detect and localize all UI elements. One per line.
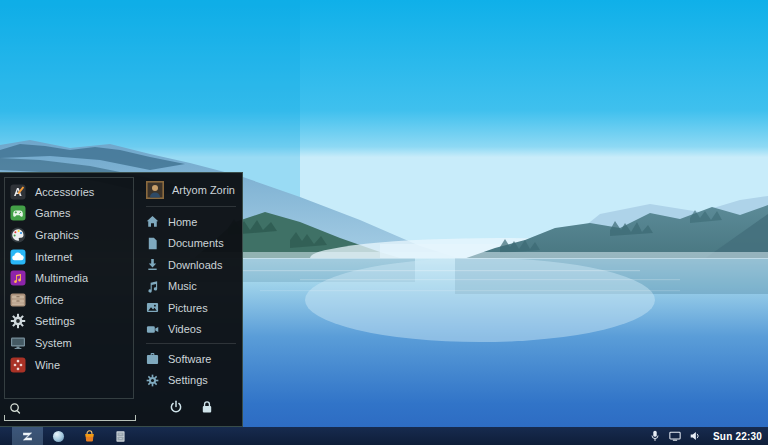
user-profile[interactable]: Artyom Zorin bbox=[146, 176, 236, 203]
place-home[interactable]: Home bbox=[146, 211, 236, 233]
category-multimedia[interactable]: Multimedia bbox=[5, 267, 133, 289]
user-name: Artyom Zorin bbox=[172, 184, 235, 196]
power-icon bbox=[169, 400, 183, 417]
display-icon[interactable] bbox=[669, 430, 681, 442]
microphone-icon[interactable] bbox=[649, 430, 661, 442]
download-icon bbox=[146, 258, 159, 271]
category-internet[interactable]: Internet bbox=[5, 246, 133, 268]
document-icon bbox=[146, 237, 159, 250]
settings-category-icon bbox=[10, 313, 26, 329]
item-label: Home bbox=[168, 216, 197, 228]
app-menu-panel: AccessoriesGamesGraphicsInternetMultimed… bbox=[0, 172, 243, 427]
lock-icon bbox=[200, 400, 214, 417]
briefcase-icon bbox=[146, 352, 159, 365]
item-label: System bbox=[35, 337, 72, 349]
item-label: Multimedia bbox=[35, 272, 88, 284]
browser-button[interactable] bbox=[43, 427, 74, 445]
search-icon bbox=[9, 402, 22, 417]
place-documents[interactable]: Documents bbox=[146, 233, 236, 255]
accessories-icon bbox=[10, 184, 26, 200]
zorin-menu-button[interactable] bbox=[12, 427, 43, 445]
item-label: Pictures bbox=[168, 302, 208, 314]
item-label: Graphics bbox=[35, 229, 79, 241]
video-icon bbox=[146, 323, 159, 336]
gear-icon bbox=[146, 374, 159, 387]
shortcut-settings[interactable]: Settings bbox=[146, 370, 236, 392]
multimedia-icon bbox=[10, 270, 26, 286]
music-icon bbox=[146, 280, 159, 293]
category-accessories[interactable]: Accessories bbox=[5, 181, 133, 203]
file-cabinet-icon bbox=[114, 430, 127, 443]
picture-icon bbox=[146, 301, 159, 314]
places-list: HomeDocumentsDownloadsMusicPicturesVideo… bbox=[146, 211, 236, 340]
item-label: Settings bbox=[168, 374, 208, 386]
category-list: AccessoriesGamesGraphicsInternetMultimed… bbox=[4, 177, 134, 399]
place-music[interactable]: Music bbox=[146, 276, 236, 298]
browser-icon bbox=[52, 430, 65, 443]
shortcut-software[interactable]: Software bbox=[146, 348, 236, 370]
desktop: AccessoriesGamesGraphicsInternetMultimed… bbox=[0, 0, 768, 445]
category-graphics[interactable]: Graphics bbox=[5, 224, 133, 246]
graphics-icon bbox=[10, 227, 26, 243]
item-label: Downloads bbox=[168, 259, 222, 271]
item-label: Wine bbox=[35, 359, 60, 371]
clock[interactable]: Sun 22:30 bbox=[713, 431, 762, 442]
shortcuts-list: SoftwareSettings bbox=[146, 348, 236, 391]
taskbar: Sun 22:30 bbox=[0, 427, 768, 445]
place-videos[interactable]: Videos bbox=[146, 319, 236, 341]
item-label: Videos bbox=[168, 323, 201, 335]
item-label: Music bbox=[168, 280, 197, 292]
item-label: Internet bbox=[35, 251, 72, 263]
software-store-button[interactable] bbox=[74, 427, 105, 445]
category-wine[interactable]: Wine bbox=[5, 354, 133, 376]
home-icon bbox=[146, 215, 159, 228]
category-games[interactable]: Games bbox=[5, 203, 133, 225]
category-system[interactable]: System bbox=[5, 332, 133, 354]
item-label: Games bbox=[35, 207, 70, 219]
divider bbox=[146, 343, 236, 344]
launcher-area bbox=[12, 427, 136, 445]
system-icon bbox=[10, 335, 26, 351]
office-icon bbox=[10, 292, 26, 308]
volume-icon[interactable] bbox=[689, 430, 701, 442]
menu-right-column: Artyom Zorin HomeDocumentsDownloadsMusic… bbox=[137, 173, 242, 426]
item-label: Office bbox=[35, 294, 64, 306]
avatar bbox=[146, 181, 164, 199]
system-tray: Sun 22:30 bbox=[649, 430, 762, 442]
item-label: Settings bbox=[35, 315, 75, 327]
lock-button[interactable] bbox=[198, 398, 216, 419]
category-settings[interactable]: Settings bbox=[5, 311, 133, 333]
item-label: Documents bbox=[168, 237, 224, 249]
item-label: Software bbox=[168, 353, 211, 365]
power-button[interactable] bbox=[167, 398, 185, 419]
place-pictures[interactable]: Pictures bbox=[146, 297, 236, 319]
search-field[interactable] bbox=[4, 399, 136, 421]
games-icon bbox=[10, 205, 26, 221]
zorin-icon bbox=[21, 430, 34, 443]
file-manager-button[interactable] bbox=[105, 427, 136, 445]
wine-icon bbox=[10, 357, 26, 373]
internet-icon bbox=[10, 249, 26, 265]
menu-left-column: AccessoriesGamesGraphicsInternetMultimed… bbox=[0, 173, 137, 426]
session-row bbox=[146, 398, 236, 422]
place-downloads[interactable]: Downloads bbox=[146, 254, 236, 276]
software-bag-icon bbox=[83, 430, 96, 443]
divider bbox=[146, 206, 236, 207]
category-office[interactable]: Office bbox=[5, 289, 133, 311]
item-label: Accessories bbox=[35, 186, 94, 198]
